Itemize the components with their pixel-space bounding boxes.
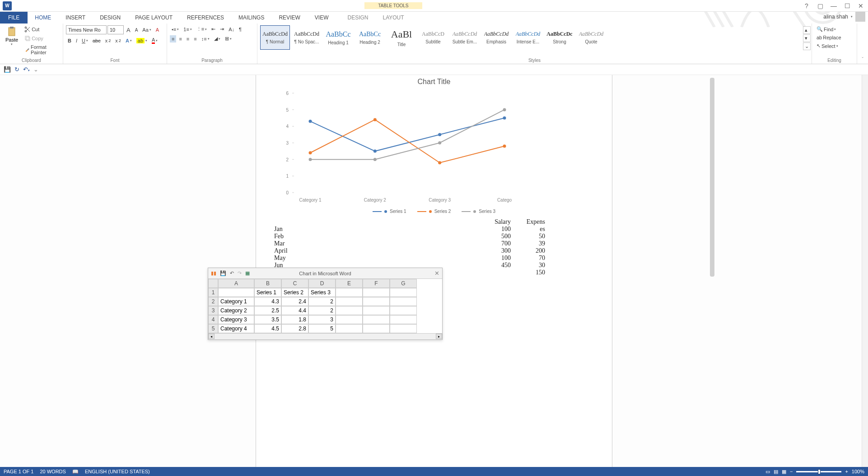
cell[interactable]: 2.4 [281,297,308,306]
cell[interactable] [336,288,363,297]
table-row[interactable]: May [274,254,288,262]
line-spacing-button[interactable]: ↕≡▾ [200,35,211,42]
cell[interactable] [390,288,417,297]
tab-page-layout[interactable]: PAGE LAYOUT [128,12,180,24]
styles-more[interactable]: ⌄ [803,42,811,50]
table-row[interactable]: Jan [274,226,288,233]
chart-datasheet[interactable]: ▮▮ 💾 ↶ ↷ ▦ Chart in Microsoft Word ✕ ABC… [208,268,443,340]
replace-button[interactable]: abReplace [815,34,843,41]
mini-redo[interactable]: ↷ [238,270,242,276]
align-center-button[interactable]: ≡ [177,35,183,42]
row-header[interactable]: 4 [208,315,218,324]
strikethrough-button[interactable]: abc [91,37,103,44]
cell[interactable] [390,324,417,333]
select-button[interactable]: ↖Select▾ [815,42,840,50]
text-effects-button[interactable]: A▾ [124,37,134,44]
cell[interactable]: 3 [308,315,336,324]
print-layout-button[interactable]: ▤ [774,469,778,475]
close-button[interactable]: ✕ [856,1,865,10]
row-header[interactable]: 5 [208,324,218,333]
page-indicator[interactable]: PAGE 1 OF 1 [4,469,33,474]
qat-refresh[interactable]: ↻ [14,66,19,73]
mini-close-button[interactable]: ✕ [434,270,439,277]
maximize-button[interactable]: ☐ [843,1,852,10]
zoom-thumb[interactable] [818,469,821,474]
cell[interactable]: Category 3 [218,315,254,324]
mini-undo[interactable]: ↶ [230,270,234,276]
mini-scroll-right[interactable]: ▸ [436,334,442,339]
cell[interactable] [363,288,390,297]
zoom-slider[interactable] [796,471,841,472]
col-header[interactable]: C [281,279,308,288]
tab-design[interactable]: DESIGN [93,12,128,24]
table-row[interactable]: Mar [274,240,288,247]
proofing-icon[interactable]: 📖 [72,469,79,475]
ribbon-display-button[interactable]: ▢ [816,1,825,10]
row-header[interactable]: 1 [208,288,218,297]
shrink-font-button[interactable]: A [133,27,140,33]
copy-button[interactable]: Copy [23,34,60,42]
file-tab[interactable]: FILE [0,12,28,24]
qat-undo[interactable]: ↶▾ [23,66,30,73]
zoom-level[interactable]: 100% [852,469,864,474]
cell[interactable] [336,315,363,324]
cell[interactable]: 4.5 [254,324,281,333]
web-layout-button[interactable]: ▦ [782,469,786,475]
col-header[interactable]: A [218,279,254,288]
align-left-button[interactable]: ≡ [170,35,176,42]
tab-home[interactable]: HOME [28,12,58,24]
style-emphasis[interactable]: AaBbCcDdEmphasis [481,25,511,50]
highlight-button[interactable]: ab▾ [135,37,149,44]
mini-scroll-left[interactable]: ◂ [208,334,215,339]
cell[interactable]: 1.8 [281,315,308,324]
user-dropdown[interactable]: ▾ [851,15,853,19]
tab-mailings[interactable]: MAILINGS [231,12,271,24]
zoom-out-button[interactable]: − [790,469,793,474]
cell[interactable]: Category 4 [218,324,254,333]
read-mode-button[interactable]: ▭ [765,469,770,475]
style---no-spac---[interactable]: AaBbCcDd¶ No Spac... [292,25,322,50]
cell[interactable] [363,324,390,333]
multilevel-button[interactable]: ⋮≡▾ [195,25,209,33]
cell[interactable]: 2.5 [254,306,281,315]
style-subtitle[interactable]: AaBbCcDSubtitle [418,25,448,50]
align-right-button[interactable]: ≡ [185,35,191,42]
tab-insert[interactable]: INSERT [58,12,93,24]
style-subtle-em---[interactable]: AaBbCcDdSubtle Em... [450,25,480,50]
styles-row-down[interactable]: ▾ [803,34,811,42]
underline-button[interactable]: U▾ [80,37,90,44]
tab-references[interactable]: REFERENCES [180,12,231,24]
col-header[interactable]: E [336,279,363,288]
cell[interactable]: 2.8 [281,324,308,333]
bullets-button[interactable]: •≡▾ [170,26,181,33]
style-quote[interactable]: AaBbCcDdQuote [576,25,606,50]
cell[interactable] [363,306,390,315]
cell[interactable] [363,315,390,324]
borders-button[interactable]: ⊞▾ [223,35,233,42]
mini-excel-icon[interactable]: ▦ [245,270,250,276]
show-marks-button[interactable]: ¶ [237,26,243,33]
user-name[interactable]: alina shah [823,14,848,20]
minimize-button[interactable]: — [829,1,838,10]
zoom-in-button[interactable]: + [845,469,848,474]
mini-save[interactable]: 💾 [220,270,226,276]
cell[interactable]: 4.4 [281,306,308,315]
col-header[interactable]: F [363,279,390,288]
tab-review[interactable]: REVIEW [271,12,307,24]
vertical-scrollbar-thumb[interactable] [710,78,714,277]
shading-button[interactable]: ◢▾ [212,35,222,42]
cell[interactable] [218,288,254,297]
cell[interactable]: Category 2 [218,306,254,315]
format-painter-button[interactable]: Format Painter [23,43,60,56]
grow-font-button[interactable]: A [125,26,132,34]
cell[interactable] [336,306,363,315]
qat-customize[interactable]: ⌄ [33,66,38,73]
justify-button[interactable]: ≡ [192,35,198,42]
help-button[interactable]: ? [802,1,811,10]
style-title[interactable]: AaBlTitle [387,25,416,50]
find-button[interactable]: 🔍Find▾ [815,25,838,33]
cut-button[interactable]: Cut [23,25,60,33]
style-intense-e---[interactable]: AaBbCcDdIntense E... [513,25,543,50]
cell[interactable]: 2 [308,297,336,306]
cell[interactable]: Category 1 [218,297,254,306]
